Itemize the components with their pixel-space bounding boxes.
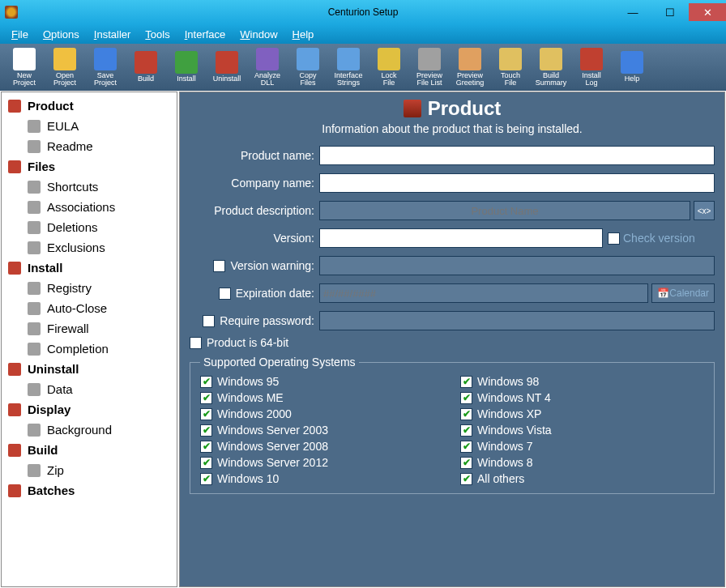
os-item-windows-98[interactable]: ✔Windows 98 [460,375,704,388]
os-checkbox[interactable]: ✔ [200,392,212,404]
os-checkbox[interactable]: ✔ [460,376,472,388]
os-item-windows-8[interactable]: ✔Windows 8 [460,456,704,469]
toolbar-install-log[interactable]: Install Log [572,46,611,88]
sidebar-item-display[interactable]: Display [2,399,177,420]
sidebar-item-zip[interactable]: Zip [2,460,177,480]
toolbar-icon [580,48,603,70]
os-item-windows-server-2003[interactable]: ✔Windows Server 2003 [200,424,444,437]
os-legend: Supported Operating Systems [200,356,359,369]
sidebar-label: Associations [47,200,115,214]
os-item-windows-server-2012[interactable]: ✔Windows Server 2012 [200,456,444,469]
menu-window[interactable]: Window [233,27,284,42]
sidebar-item-shortcuts[interactable]: Shortcuts [2,177,177,197]
os-item-all-others[interactable]: ✔All others [460,472,704,485]
os-checkbox[interactable]: ✔ [460,392,472,404]
sidebar-item-exclusions[interactable]: Exclusions [2,237,177,258]
os-checkbox[interactable]: ✔ [460,457,472,469]
sidebar-item-files[interactable]: Files [2,156,177,177]
os-checkbox[interactable]: ✔ [460,424,472,437]
expiration-input[interactable] [319,283,648,303]
is-64bit-checkbox[interactable] [190,337,202,349]
os-fieldset: Supported Operating Systems ✔Windows 95✔… [190,356,715,494]
os-checkbox[interactable]: ✔ [200,473,212,485]
calendar-button[interactable]: 📅 Calendar [651,283,715,303]
os-checkbox[interactable]: ✔ [200,424,212,437]
os-checkbox[interactable]: ✔ [460,473,472,485]
toolbar-touch-file[interactable]: Touch File [491,46,530,88]
menu-file[interactable]: File [5,27,35,42]
toolbar-label: Help [625,75,640,83]
sidebar-item-data[interactable]: Data [2,379,177,399]
toolbar-preview-greeting[interactable]: Preview Greeting [451,46,489,88]
sidebar-item-associations[interactable]: Associations [2,197,177,217]
os-item-windows-nt-4[interactable]: ✔Windows NT 4 [460,391,704,404]
sidebar-item-completion[interactable]: Completion [2,339,177,359]
sidebar-item-background[interactable]: Background [2,420,177,440]
toolbar-interface-strings[interactable]: Interface Strings [329,46,368,88]
sidebar-item-build[interactable]: Build [2,440,177,460]
sidebar-item-product[interactable]: Product [2,96,177,116]
sidebar-item-deletions[interactable]: Deletions [2,217,177,237]
menu-tools[interactable]: Tools [139,27,176,42]
os-item-windows-10[interactable]: ✔Windows 10 [200,472,444,485]
menu-options[interactable]: Options [36,27,86,42]
toolbar-build[interactable]: Build [126,46,165,88]
toolbar-open-project[interactable]: Open Project [45,46,84,88]
sidebar-item-batches[interactable]: Batches [2,480,177,501]
sidebar-item-firewall[interactable]: Firewall [2,318,177,339]
toolbar-save-project[interactable]: Save Project [86,46,125,88]
menubar: FileOptionsInstallerToolsInterfaceWindow… [0,24,726,44]
os-item-windows-95[interactable]: ✔Windows 95 [200,375,444,388]
sidebar-icon [26,240,42,256]
sidebar-item-eula[interactable]: EULA [2,116,177,136]
toolbar-install[interactable]: Install [167,46,206,88]
os-item-windows-me[interactable]: ✔Windows ME [200,391,444,404]
toolbar-preview-file list[interactable]: Preview File List [410,46,449,88]
os-item-windows-7[interactable]: ✔Windows 7 [460,440,704,453]
toolbar-analyze-dll[interactable]: Analyze DLL [248,46,287,88]
toolbar-lock-file[interactable]: Lock File [369,46,408,88]
version-warning-checkbox[interactable] [213,260,225,272]
os-checkbox[interactable]: ✔ [200,457,212,469]
description-edit-button[interactable]: <x> [694,201,715,220]
sidebar-label: Data [47,382,73,396]
page-title: Product [428,97,502,120]
toolbar-copy-files[interactable]: Copy Files [288,46,327,88]
os-label: Windows Server 2012 [217,456,328,469]
password-checkbox[interactable] [203,315,215,327]
close-button[interactable]: ✕ [689,3,726,21]
sidebar-item-auto-close[interactable]: Auto-Close [2,298,177,318]
maximize-button[interactable]: ☐ [651,3,689,21]
toolbar-icon [337,48,360,70]
version-input[interactable] [319,228,603,248]
check-version-checkbox[interactable] [608,232,620,245]
os-checkbox[interactable]: ✔ [200,441,212,453]
os-checkbox[interactable]: ✔ [200,376,212,388]
sidebar-item-registry[interactable]: Registry [2,278,177,298]
company-name-input[interactable] [319,173,715,193]
toolbar-help[interactable]: Help [613,46,651,88]
sidebar-item-uninstall[interactable]: Uninstall [2,359,177,379]
password-input[interactable] [319,311,715,330]
product-name-input[interactable] [319,146,715,165]
minimize-button[interactable]: — [614,3,651,21]
toolbar-build-summary[interactable]: Build Summary [532,46,570,88]
sidebar-item-install[interactable]: Install [2,258,177,278]
os-item-windows-vista[interactable]: ✔Windows Vista [460,424,704,437]
toolbar-uninstall[interactable]: Uninstall [207,46,246,88]
toolbar-new-project[interactable]: New Project [5,46,44,88]
os-item-windows-2000[interactable]: ✔Windows 2000 [200,407,444,420]
version-warning-input[interactable] [319,256,715,275]
os-checkbox[interactable]: ✔ [200,408,212,420]
os-checkbox[interactable]: ✔ [460,441,472,453]
menu-help[interactable]: Help [286,27,321,42]
sidebar-icon [26,219,42,236]
os-item-windows-server-2008[interactable]: ✔Windows Server 2008 [200,440,444,453]
sidebar-item-readme[interactable]: Readme [2,136,177,156]
expiration-checkbox[interactable] [219,288,231,300]
os-checkbox[interactable]: ✔ [460,408,472,420]
menu-interface[interactable]: Interface [178,27,233,42]
product-description-input[interactable] [319,201,690,220]
menu-installer[interactable]: Installer [88,27,138,42]
os-item-windows-xp[interactable]: ✔Windows XP [460,407,704,420]
